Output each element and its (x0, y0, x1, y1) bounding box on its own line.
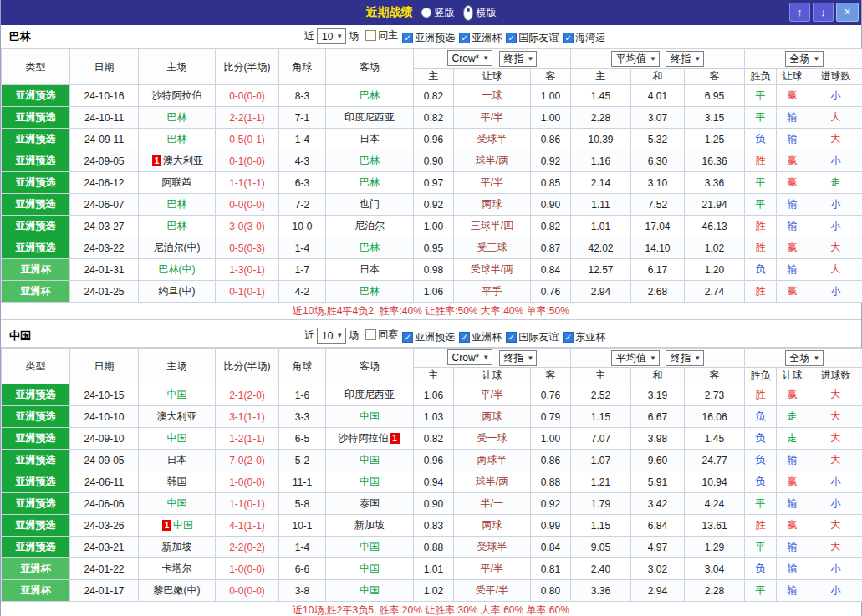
layout-radio-horizontal[interactable]: 横版 (463, 5, 497, 21)
home-odds-cell: 0.95 (414, 237, 454, 259)
bahrain-results-section: 巴林 近 10 ▼ 场 同主✓亚洲预选✓亚洲杯✓国际友谊✓海湾运 类型 (1, 25, 861, 320)
team-name-link[interactable]: 澳大利亚 (163, 155, 203, 166)
team-name-link[interactable]: 中国 (167, 389, 187, 400)
team-name-link[interactable]: 澳大利亚 (157, 410, 197, 422)
match-row: 亚洲预选24-03-27巴林3-0(3-0)10-0尼泊尔1.00三球半/四0.… (2, 216, 862, 237)
team-name-link[interactable]: 阿联酋 (162, 176, 192, 188)
team-name-link[interactable]: 中国 (167, 432, 187, 444)
goals-result-cell: 大 (808, 537, 862, 558)
team-name-link[interactable]: 巴林 (167, 198, 187, 210)
filter-checkbox[interactable]: ✓亚洲杯 (459, 330, 502, 344)
filter-checkbox[interactable]: ✓亚洲杯 (459, 31, 502, 45)
bookmaker-select[interactable]: Crow*▼ (447, 50, 493, 66)
match-row: 亚洲预选24-10-16沙特阿拉伯0-0(0-0)8-3巴林0.82一球1.00… (2, 85, 862, 107)
team-name-link[interactable]: 卡塔尔 (162, 563, 192, 574)
filter-checkbox[interactable]: ✓国际友谊 (506, 31, 559, 45)
final-odds-select-2[interactable]: 终指▼ (666, 51, 704, 67)
team-name-link[interactable]: 泰国 (360, 497, 380, 509)
avg-home-cell: 2.28 (571, 107, 631, 129)
col-avg-home: 主 (571, 368, 631, 384)
avg-draw-cell: 17.04 (631, 216, 685, 237)
team-name-link[interactable]: 中国 (360, 563, 380, 574)
home-team-cell: 中国 (139, 384, 216, 406)
team-name-link[interactable]: 中国 (360, 584, 380, 596)
final-odds-select-2[interactable]: 终指▼ (666, 350, 704, 366)
avg-home-cell: 2.94 (571, 281, 631, 303)
recent-count-select[interactable]: 10 ▼ (317, 28, 346, 44)
away-team-cell: 巴林 (326, 172, 414, 194)
average-select[interactable]: 平均值▼ (611, 350, 660, 366)
team-name-link[interactable]: 巴林 (167, 133, 187, 145)
col-odds-home: 主 (414, 69, 454, 85)
close-button[interactable]: × (836, 3, 859, 22)
team-name-link[interactable]: 尼泊尔(中) (154, 242, 201, 253)
team-name-link[interactable]: 日本 (360, 263, 380, 275)
team-name-link[interactable]: 巴林 (360, 89, 380, 101)
team-name-link[interactable]: 中国 (360, 541, 380, 552)
layout-radio-vertical[interactable]: 竖版 (421, 6, 455, 20)
final-odds-select-1[interactable]: 终指▼ (499, 350, 538, 366)
team-name-link[interactable]: 韩国 (167, 476, 187, 487)
filter-checkbox[interactable]: ✓海湾运 (563, 31, 605, 45)
team-name-link[interactable]: 新加坡 (354, 519, 385, 531)
average-select[interactable]: 平均值▼ (611, 51, 660, 67)
team-name-link[interactable]: 印度尼西亚 (344, 389, 395, 400)
filter-checkbox[interactable]: 同赛 (365, 328, 398, 342)
team-name-link[interactable]: 日本 (167, 454, 187, 466)
away-team-cell: 中国 (326, 471, 414, 493)
team-name-link[interactable]: 新加坡 (162, 541, 192, 552)
team-name-link[interactable]: 巴林 (360, 155, 380, 166)
final-odds-select-1[interactable]: 终指▼ (499, 51, 538, 67)
team-name-link[interactable]: 中国 (360, 410, 380, 422)
team-name-link[interactable]: 尼泊尔 (354, 220, 385, 232)
team-name-link[interactable]: 黎巴嫩(中) (154, 584, 201, 596)
type-cell: 亚洲预选 (2, 428, 70, 450)
avg-home-cell: 1.45 (571, 85, 631, 107)
team-name-link[interactable]: 巴林 (360, 176, 380, 188)
team-name-link[interactable]: 中国 (173, 519, 193, 531)
avg-away-cell: 1.45 (685, 428, 745, 450)
filter-checkbox[interactable]: ✓国际友谊 (506, 330, 559, 344)
team-name-link[interactable]: 巴林 (360, 242, 380, 253)
match-row: 亚洲预选24-10-11巴林2-2(1-1)7-1印度尼西亚0.82平/半1.0… (2, 107, 862, 129)
scope-select[interactable]: 全场▼ (785, 350, 824, 366)
goals-result-cell: 走 (808, 172, 862, 194)
team-name-link[interactable]: 也门 (360, 198, 380, 210)
recent-count-select[interactable]: 10 ▼ (317, 328, 346, 344)
type-cell: 亚洲预选 (2, 471, 70, 493)
type-cell: 亚洲预选 (2, 172, 70, 194)
date-cell: 24-01-25 (70, 281, 139, 303)
bookmaker-select[interactable]: Crow*▼ (447, 349, 493, 365)
scroll-up-button[interactable]: ↑ (789, 3, 810, 22)
corners-cell: 4-2 (279, 281, 326, 303)
scope-select[interactable]: 全场▼ (785, 51, 824, 67)
filter-checkbox[interactable]: 同主 (365, 28, 398, 43)
team-name-link[interactable]: 中国 (360, 476, 380, 487)
team-name-link[interactable]: 中国 (360, 454, 380, 466)
team-name-link[interactable]: 日本 (360, 133, 380, 145)
avg-home-cell: 9.05 (571, 537, 631, 558)
avg-draw-cell: 9.60 (631, 450, 685, 471)
team-name-link[interactable]: 巴林(中) (159, 263, 196, 275)
filter-checkbox[interactable]: ✓亚洲预选 (402, 330, 455, 344)
col-home: 主场 (139, 349, 216, 384)
team-name-link[interactable]: 沙特阿拉伯 (339, 432, 389, 444)
corners-cell: 8-3 (279, 85, 326, 107)
team-name-link[interactable]: 沙特阿拉伯 (152, 89, 202, 101)
team-name-link[interactable]: 约旦(中) (159, 285, 196, 297)
filter-checkbox[interactable]: ✓亚洲预选 (402, 31, 455, 45)
team-name-link[interactable]: 巴林 (167, 220, 187, 232)
scroll-down-button[interactable]: ↓ (813, 3, 834, 22)
team-name-link[interactable]: 中国 (167, 497, 187, 509)
team-name-link[interactable]: 巴林 (167, 111, 187, 123)
handicap-result-cell: 输 (777, 580, 808, 602)
chevron-down-icon: ▼ (528, 55, 534, 63)
avg-away-cell: 4.24 (685, 493, 745, 515)
team-name-link[interactable]: 印度尼西亚 (344, 111, 395, 123)
result-cell: 胜 (745, 150, 777, 172)
team-name-link[interactable]: 巴林 (360, 285, 380, 297)
corners-cell: 1-4 (279, 129, 326, 150)
date-cell: 24-06-12 (70, 172, 139, 194)
filter-checkbox[interactable]: ✓东亚杯 (563, 330, 605, 344)
chevron-down-icon: ▼ (694, 55, 701, 63)
